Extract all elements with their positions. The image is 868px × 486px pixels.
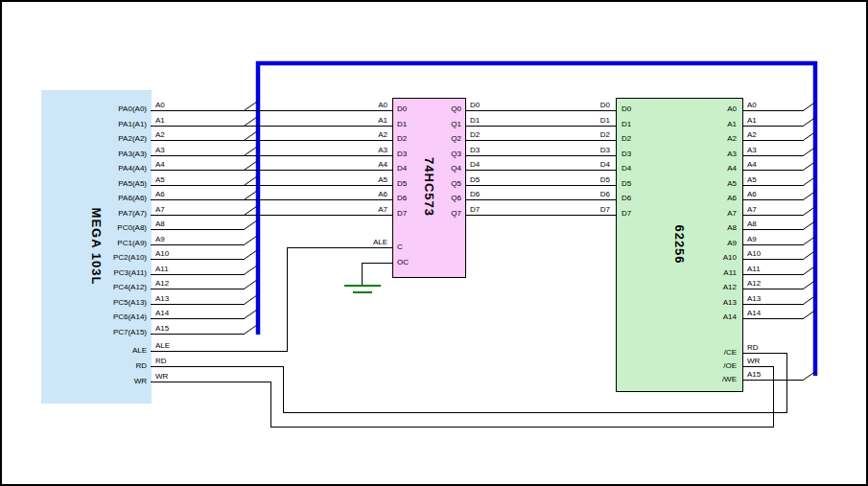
latch-to-ram-data-wires[interactable]	[465, 110, 616, 215]
ground-symbol	[344, 286, 381, 292]
wiring-layer	[2, 2, 868, 486]
wr-wire[interactable]	[151, 366, 773, 427]
schematic-canvas: MEGA 103L 74HC573 62256 PA0(A0)PA1(A1)PA…	[0, 0, 868, 486]
chip-title-mega: MEGA 103L	[89, 208, 104, 286]
left-bus-taps	[245, 102, 257, 334]
mega-high-address-wires[interactable]	[151, 229, 245, 334]
chip-title-ram: 62256	[672, 224, 687, 264]
ale-wire[interactable]	[151, 247, 392, 351]
mega-to-latch-address-wires[interactable]	[151, 110, 392, 215]
oc-ground-wire[interactable]	[362, 263, 392, 286]
ram-address-wires[interactable]	[742, 110, 804, 318]
rd-wire[interactable]	[151, 353, 786, 412]
chip-title-latch: 74HC573	[422, 157, 436, 217]
